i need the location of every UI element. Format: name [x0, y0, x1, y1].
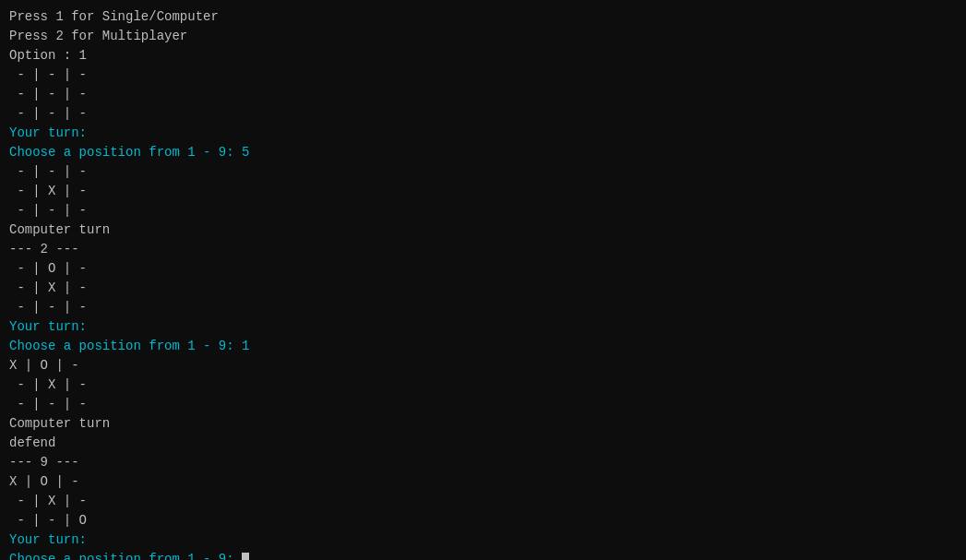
- terminal-line: - | X | -: [9, 279, 957, 298]
- terminal-line: - | O | -: [9, 259, 957, 279]
- cursor: [242, 553, 249, 560]
- terminal-output: Press 1 for Single/ComputerPress 2 for M…: [9, 7, 957, 560]
- terminal-line: - | - | -: [9, 85, 957, 104]
- terminal-line: - | - | -: [9, 395, 957, 414]
- terminal-line: - | - | O: [9, 511, 957, 530]
- terminal-line: Choose a position from 1 - 9: 1: [9, 337, 957, 356]
- terminal-line: defend: [9, 434, 957, 453]
- terminal-line: Your turn:: [9, 530, 957, 550]
- terminal-line: Press 1 for Single/Computer: [9, 7, 957, 27]
- terminal-line: Computer turn: [9, 414, 957, 434]
- terminal-line: --- 2 ---: [9, 240, 957, 259]
- terminal-line: Option : 1: [9, 46, 957, 66]
- terminal-line: Choose a position from 1 - 9: 5: [9, 143, 957, 162]
- terminal-line: Computer turn: [9, 220, 957, 240]
- terminal-line: - | - | -: [9, 104, 957, 124]
- terminal-line: Your turn:: [9, 124, 957, 143]
- terminal-line: --- 9 ---: [9, 453, 957, 472]
- terminal-line: Press 2 for Multiplayer: [9, 27, 957, 46]
- terminal-line: X | O | -: [9, 472, 957, 492]
- terminal-line: - | - | -: [9, 298, 957, 317]
- terminal-line: - | X | -: [9, 375, 957, 395]
- terminal-line: X | O | -: [9, 356, 957, 375]
- terminal-line: - | - | -: [9, 201, 957, 220]
- terminal-line: Your turn:: [9, 317, 957, 337]
- terminal-line: - | - | -: [9, 162, 957, 182]
- terminal-window: Press 1 for Single/ComputerPress 2 for M…: [9, 7, 957, 553]
- terminal-line: - | - | -: [9, 66, 957, 85]
- terminal-line: Choose a position from 1 - 9:: [9, 550, 957, 560]
- terminal-line: - | X | -: [9, 492, 957, 511]
- terminal-line: - | X | -: [9, 182, 957, 201]
